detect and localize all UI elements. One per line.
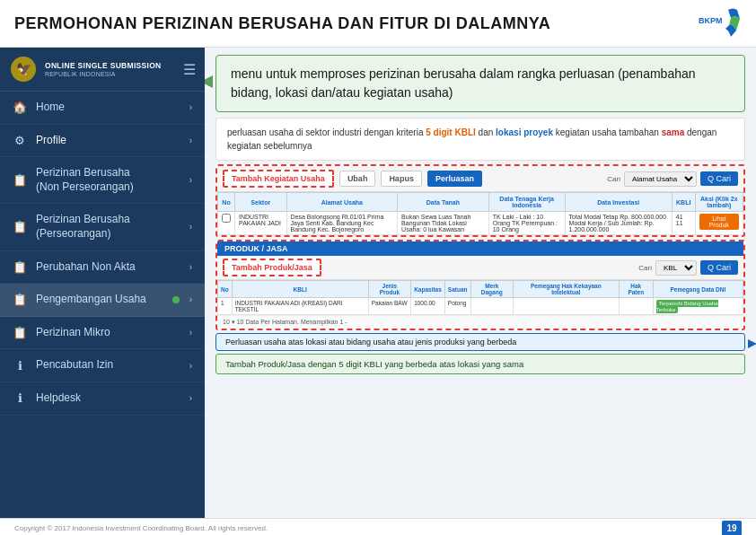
document-icon: 📋 (13, 326, 27, 339)
produk-jasa-section: PRODUK / JASA Tambah Produk/Jasa Cari KB… (215, 240, 745, 330)
sidebar-item-mikro[interactable]: 📋 Perizinan Mikro › (0, 317, 205, 350)
cell-checkbox[interactable] (218, 212, 235, 235)
p-dni: Terpenuhi Bidang Usaha Terbuka (653, 298, 743, 315)
sidebar-brand-sub: REPUBLIK INDONESIA (45, 71, 162, 77)
sidebar-item-helpdesk[interactable]: ℹ Helpdesk › (0, 382, 205, 416)
highlight-sama: sama (662, 127, 685, 137)
sidebar-brand: ONLINE SINGLE SUBMISSION REPUBLIK INDONE… (45, 61, 162, 77)
p-no: 1 (218, 298, 233, 315)
produk-search-row: Cari KBL Q Cari (638, 260, 738, 276)
chevron-right-icon: › (189, 328, 192, 338)
pcol-merk: Merk Dagang (470, 281, 513, 298)
col-kbli: KBLI (672, 193, 695, 212)
col-aksi: Aksi (Klik 2x tambah) (695, 193, 743, 212)
search-row: Cari Alamat Usaha Q Cari (607, 171, 738, 187)
sidebar-item-label: Perizinan Berusaha(Perseorangan) (36, 213, 180, 241)
p-satuan: Potong (444, 298, 470, 315)
tambah-produk-button[interactable]: Tambah Produk/Jasa (223, 259, 321, 276)
chevron-right-icon: › (189, 222, 192, 232)
p-merk (470, 298, 513, 315)
settings-icon: ⚙ (13, 134, 27, 147)
pcol-jenis: Jenis Produk (368, 281, 410, 298)
cell-sektor: INDUSTRI PAKAIAN JADI (235, 212, 287, 235)
sidebar-item-label: Perizinan Mikro (36, 326, 180, 340)
produk-toolbar: Tambah Produk/Jasa Cari KBL Q Cari (217, 256, 743, 280)
table-row: INDUSTRI PAKAIAN JADI Desa Bolongsong Rt… (218, 212, 743, 235)
cell-kbli: 41 11 (672, 212, 695, 235)
svg-text:🦅: 🦅 (16, 62, 32, 77)
hapus-button[interactable]: Hapus (381, 171, 422, 187)
sidebar-item-home[interactable]: 🏠 Home › (0, 92, 205, 125)
page-number: 19 (722, 521, 742, 536)
perluasan-button[interactable]: Perluasan (427, 171, 482, 187)
sidebar-brand-main: ONLINE SINGLE SUBMISSION (45, 61, 162, 71)
status-badge: Terpenuhi Bidang Usaha Terbuka (656, 300, 718, 313)
sidebar-item-perubahan[interactable]: 📋 Perubahan Non Akta › (0, 251, 205, 285)
notification-dot (172, 296, 180, 303)
sidebar-item-perizinan-per[interactable]: 📋 Perizinan Berusaha(Perseorangan) › (0, 204, 205, 250)
document-icon: 📋 (13, 260, 27, 274)
chevron-right-icon: › (189, 262, 192, 272)
pagination-row: 10 ▾ 10 Data Per Halaman. Menampilkan 1 … (217, 315, 743, 329)
cell-aksi[interactable]: Lihat Produk (695, 212, 743, 235)
sidebar-item-pencabutan[interactable]: ℹ Pencabutan Izin › (0, 349, 205, 382)
content-area: menu untuk memproses perizinan berusaha … (205, 48, 756, 518)
p-pemegang (513, 298, 619, 315)
callout-green-text: Tambah Produk/Jasa dengan 5 digit KBLI y… (225, 359, 523, 369)
kegiatan-usaha-table: No Sektor Alamat Usaha Data Tanah Data T… (217, 192, 743, 235)
document-icon: 📋 (13, 293, 27, 306)
highlight-lokasi: lokasi proyek (496, 127, 553, 137)
bkpm-logo-icon: BKPM (697, 5, 742, 41)
page-title: PERMOHONAN PERIZINAN BERUSAHA DAN FITUR … (14, 14, 550, 33)
callout-arrow-left (205, 75, 213, 88)
tambah-kegiatan-button[interactable]: Tambah Kegiatan Usaha (223, 170, 334, 188)
footer-copyright: Copyright © 2017 Indonesia Investment Co… (14, 524, 268, 532)
search-select[interactable]: Alamat Usaha (624, 171, 697, 187)
svg-text:BKPM: BKPM (699, 16, 723, 25)
sidebar-item-label: Home (36, 101, 180, 115)
sidebar-item-label: Helpdesk (36, 391, 180, 406)
callout-top: menu untuk memproses perizinan berusaha … (215, 55, 745, 112)
callout-bottom-green: Tambah Produk/Jasa dengan 5 digit KBLI y… (215, 354, 745, 374)
sidebar-item-label: Pencabutan Izin (36, 358, 180, 373)
hamburger-menu-icon[interactable]: ☰ (183, 61, 196, 78)
col-tenaga: Data Tenaga Kerja Indonesia (488, 193, 565, 212)
home-icon: 🏠 (13, 101, 27, 114)
callout-bottom-blue: Perluasan usaha atas lokasi atau bidang … (215, 333, 745, 351)
kbli-search-select[interactable]: KBL (655, 260, 697, 276)
chevron-right-icon: › (189, 136, 192, 145)
sidebar-item-perizinan-non[interactable]: 📋 Perizinan Berusaha(Non Perseorangan) › (0, 157, 205, 204)
garuda-logo-icon: 🦅 (9, 55, 38, 83)
p-paten (619, 298, 653, 315)
document-icon: 📋 (13, 173, 27, 187)
pcol-pemegang: Pemegang Hak Kekayaan Intelektual (513, 281, 619, 298)
sidebar-item-label: Profile (36, 134, 180, 148)
col-tanah: Data Tanah (398, 193, 489, 212)
sidebar-item-pengembangan[interactable]: 📋 Pengembangan Usaha › (0, 284, 205, 317)
p-kapasitas: 1000.00 (411, 298, 445, 315)
main-layout: 🦅 ONLINE SINGLE SUBMISSION REPUBLIK INDO… (0, 48, 756, 518)
info-text-2: dan (476, 127, 496, 137)
page-footer: Copyright © 2017 Indonesia Investment Co… (0, 518, 756, 535)
produk-row: 1 INDUSTRI PAKAIAN ADI (KREASI) DARI TEK… (218, 298, 743, 315)
table-toolbar: Tambah Kegiatan Usaha Ubah Hapus Perluas… (217, 166, 743, 192)
sidebar-nav: 🏠 Home › ⚙ Profile › 📋 Perizinan Berusah… (0, 92, 205, 518)
sidebar-item-profile[interactable]: ⚙ Profile › (0, 125, 205, 158)
produk-cari-button[interactable]: Q Cari (700, 260, 738, 275)
col-alamat: Alamat Usaha (286, 193, 398, 212)
callout-bottom-arrow (748, 339, 756, 348)
col-investasi: Data Investasi (565, 193, 672, 212)
info-text-1: perluasan usaha di sektor industri denga… (227, 127, 426, 137)
p-kbli: INDUSTRI PAKAIAN ADI (KREASI) DARI TEKST… (232, 298, 368, 315)
produk-header: PRODUK / JASA (217, 241, 743, 256)
col-no: No (218, 193, 235, 212)
kbli-search-label: Cari (638, 264, 652, 272)
cari-button[interactable]: Q Cari (700, 171, 738, 186)
sidebar: 🦅 ONLINE SINGLE SUBMISSION REPUBLIK INDO… (0, 48, 205, 518)
p-jenis: Pakaian BAW (368, 298, 410, 315)
ubah-button[interactable]: Ubah (339, 171, 376, 187)
pagination-text: 10 ▾ 10 Data Per Halaman. Menampilkan 1 … (223, 319, 347, 325)
lihat-produk-button[interactable]: Lihat Produk (699, 214, 739, 230)
pcol-kbli: KBLI (232, 281, 368, 298)
sidebar-item-label: Pengembangan Usaha (36, 293, 180, 307)
